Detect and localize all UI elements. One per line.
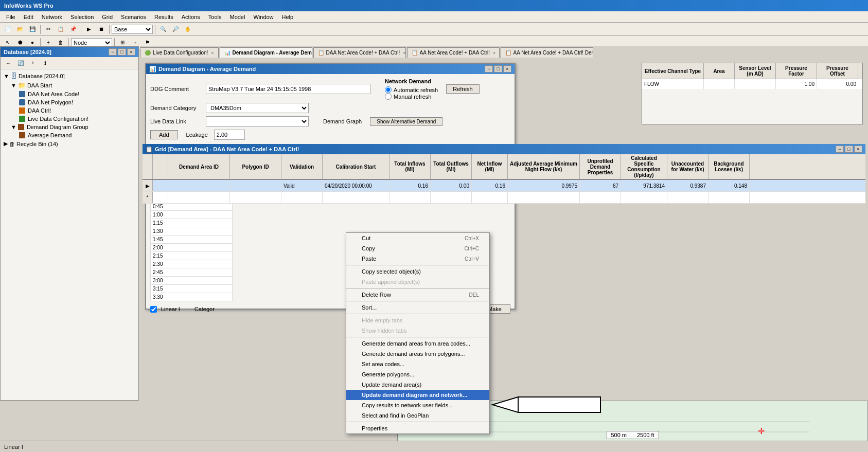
ctx-gen-area-codes[interactable]: Generate demand areas from area codes... (346, 338, 489, 349)
tb-paste[interactable]: 📌 (67, 24, 79, 34)
manual-refresh-radio-item[interactable]: Manual refresh (385, 93, 438, 100)
menu-selection[interactable]: Selection (66, 13, 98, 21)
db-tb-new[interactable]: + (27, 58, 39, 68)
db-icon-net-area (19, 91, 25, 97)
show-alt-demand-btn[interactable]: Show Alternative Demand (370, 117, 442, 126)
menu-edit[interactable]: Edit (20, 13, 38, 21)
refresh-button[interactable]: Refresh (446, 84, 480, 94)
menu-scenarios[interactable]: Scenarios (117, 13, 150, 21)
db-icon-root: 🗄 (11, 73, 17, 80)
ctx-update-demand-diagram[interactable]: Update demand diagram and network... (346, 390, 489, 400)
db-max-btn[interactable]: □ (118, 48, 126, 56)
tab-live-close[interactable]: × (211, 50, 214, 56)
ctx-copy[interactable]: Copy Ctrl+C (346, 243, 489, 254)
menu-network[interactable]: Network (38, 13, 66, 21)
ctx-sep5 (346, 337, 489, 337)
ddg-comment-input[interactable] (206, 84, 370, 94)
tb-cut[interactable]: ✂ (43, 24, 54, 34)
ctx-gen-polygons[interactable]: Generate polygons... (346, 369, 489, 379)
ctx-gen-polygons-from[interactable]: Generate demand areas from polygons... (346, 349, 489, 359)
ctx-show-hidden: Show hidden tabs (346, 326, 489, 336)
leakage-input[interactable] (214, 130, 245, 140)
db-item-recycle[interactable]: ▶ 🗑 Recycle Bin (14) (3, 139, 136, 148)
menu-tools[interactable]: Tools (204, 13, 226, 21)
row1-demand-area-id (168, 180, 230, 191)
row2-rownum (153, 192, 168, 203)
menu-window[interactable]: Window (249, 13, 277, 21)
ctx-select-geoplan[interactable]: Select and find in GeoPlan (346, 410, 489, 421)
tab-demand-diagram[interactable]: 📊 Demand Diagram - Average Demand × (220, 47, 312, 58)
tb-pan[interactable]: ✋ (182, 24, 193, 34)
ctx-update-demand-area[interactable]: Update demand area(s) (346, 379, 489, 390)
ctx-sort[interactable]: Sort... (346, 302, 489, 313)
demand-win-max[interactable]: □ (494, 65, 502, 73)
db-tb-prop[interactable]: ℹ (40, 58, 51, 68)
db-tb-refresh[interactable]: 🔄 (15, 58, 26, 68)
ctx-cut[interactable]: Cut Ctrl+X (346, 233, 489, 243)
ctx-copy-selected[interactable]: Copy selected object(s) (346, 266, 489, 277)
tb-open[interactable]: 📂 (14, 24, 26, 34)
tb-save[interactable]: 💾 (27, 24, 38, 34)
grid-data-row-1[interactable]: ▶ Valid 04/20/2020 00:00:00 0.16 0.00 0.… (143, 180, 865, 192)
db-item-net-polygon[interactable]: DAA Net Polygon! (3, 98, 136, 106)
tab-aa-demand-label: AA Net Area Code! + DAA Ctrl! Demand Are (513, 50, 593, 56)
db-tb-back[interactable]: ← (3, 58, 14, 68)
tab-live-config[interactable]: 🟢 Live Data Configuration! × (140, 47, 219, 58)
col-header-total-outflows: Total Outflows (MI) (431, 154, 472, 179)
db-item-live-config[interactable]: Live Data Configuration! (3, 115, 136, 123)
db-close-btn[interactable]: × (127, 48, 135, 56)
ctx-copy-shortcut: Ctrl+C (464, 246, 479, 251)
grid-win-max[interactable]: □ (845, 146, 853, 153)
db-item-daa-start[interactable]: ▼ 📁 DAA Start (3, 81, 136, 90)
db-item-avg-demand[interactable]: Average Demand (3, 131, 136, 139)
db-tree: ▼ 🗄 Database [2024.0] ▼ 📁 DAA Start DAA … (1, 69, 138, 150)
demand-win-min[interactable]: − (485, 65, 493, 73)
db-item-demand-group[interactable]: ▼ Demand Diagram Group (3, 123, 136, 131)
ctx-sep2 (346, 288, 489, 288)
tb-new[interactable]: 📄 (2, 24, 13, 34)
db-item-daa-ctrl[interactable]: DAA Ctrl! (3, 106, 136, 115)
demand-category-combo[interactable]: DMA35Dom (206, 103, 309, 113)
live-data-row: Live Data Link Demand Graph Show Alterna… (150, 116, 510, 126)
tb-stop[interactable]: ⏹ (96, 24, 107, 34)
tab-aa-ctrl[interactable]: 📋 AA Net Area Code! + DAA Ctrl! × (407, 47, 500, 58)
ctx-copy-results[interactable]: Copy results to network user fields... (346, 400, 489, 410)
menu-help[interactable]: Help (278, 13, 298, 21)
db-item-root[interactable]: ▼ 🗄 Database [2024.0] (3, 71, 136, 81)
add-button[interactable]: Add (150, 130, 178, 139)
tb-run[interactable]: ▶ (83, 24, 95, 34)
demand-win-close[interactable]: × (503, 65, 511, 73)
grid-scroll-container[interactable]: Demand Area ID Polygon ID Validation Cal… (143, 154, 865, 204)
grid-win-min[interactable]: − (836, 146, 844, 153)
grid-win-close[interactable]: × (854, 146, 862, 153)
node-combo[interactable]: Node (71, 38, 112, 47)
tab-daa-ctrl-close[interactable]: × (403, 50, 405, 56)
ctx-properties[interactable]: Properties (346, 423, 489, 433)
tb-zoom-in[interactable]: 🔍 (157, 24, 169, 34)
db-min-btn[interactable]: − (109, 48, 117, 56)
tab-aa-ctrl-close[interactable]: × (493, 50, 495, 56)
col-header-unaccounted: Unaccounted for Water (l/s) (667, 154, 708, 179)
menu-results[interactable]: Results (150, 13, 178, 21)
ctx-delete-row[interactable]: Delete Row DEL (346, 290, 489, 300)
auto-refresh-radio-item[interactable]: Automatic refresh (385, 86, 438, 93)
tb-zoom-out[interactable]: 🔎 (170, 24, 181, 34)
tb-sep3 (109, 25, 110, 34)
tb-copy[interactable]: 📋 (55, 24, 66, 34)
tab-aa-demand[interactable]: 📋 AA Net Area Code! + DAA Ctrl! Demand A… (501, 47, 593, 58)
db-item-net-area[interactable]: DAA Net Area Code! (3, 90, 136, 98)
menu-model[interactable]: Model (225, 13, 249, 21)
menu-file[interactable]: File (2, 13, 20, 21)
manual-refresh-radio[interactable] (385, 93, 392, 100)
col-header-validation: Validation (281, 154, 323, 179)
db-label-demand-group: Demand Diagram Group (27, 124, 88, 130)
menu-actions[interactable]: Actions (178, 13, 204, 21)
grid-data-row-2[interactable]: * (143, 192, 865, 204)
ctx-paste[interactable]: Paste Ctrl+V (346, 254, 489, 264)
scenario-combo[interactable]: Base (112, 25, 153, 34)
ctx-set-area-codes[interactable]: Set area codes... (346, 359, 489, 369)
menu-grid[interactable]: Grid (98, 13, 117, 21)
auto-refresh-radio[interactable] (385, 86, 392, 93)
tab-daa-ctrl[interactable]: 📋 DAA Net Area Code! + DAA Ctrl! × (313, 47, 406, 58)
live-data-combo[interactable] (206, 116, 309, 126)
